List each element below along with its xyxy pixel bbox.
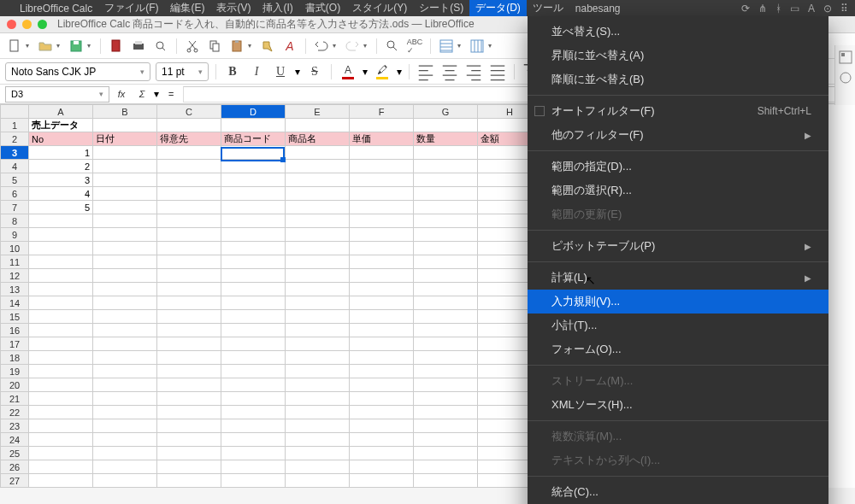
tray-icon[interactable]: ⟳ (741, 3, 750, 15)
row-head-23[interactable]: 23 (1, 419, 29, 433)
cell-G6[interactable] (414, 187, 478, 201)
col-button[interactable] (468, 37, 486, 56)
row-head-1[interactable]: 1 (1, 119, 29, 132)
row-head-10[interactable]: 10 (1, 242, 29, 255)
italic-button[interactable]: I (247, 62, 266, 81)
cell-A5[interactable]: 3 (29, 173, 93, 187)
cell-G16[interactable] (414, 324, 478, 337)
new-doc-button[interactable] (5, 37, 24, 56)
cell-E12[interactable] (286, 269, 350, 283)
cell-C21[interactable] (157, 392, 221, 406)
cell-F16[interactable] (350, 324, 414, 337)
cell-C19[interactable] (157, 365, 221, 378)
cell-E1[interactable] (286, 119, 350, 132)
font-size-combo[interactable]: 11 pt▾ (156, 62, 209, 81)
menu-item-11[interactable]: ピボットテーブル(P)▶ (528, 234, 828, 258)
cell-A1[interactable]: 売上データ (29, 119, 93, 132)
cell-D18[interactable] (221, 351, 286, 365)
underline-button[interactable]: U (271, 62, 290, 81)
cell-B18[interactable] (93, 351, 157, 365)
cell-A4[interactable]: 2 (29, 160, 93, 173)
save-dropdown[interactable]: ▾ (87, 42, 94, 50)
cell-B19[interactable] (93, 365, 157, 378)
cell-D23[interactable] (221, 419, 286, 433)
cell-E15[interactable] (286, 310, 350, 324)
row-head-25[interactable]: 25 (1, 447, 29, 460)
cell-E13[interactable] (286, 283, 350, 296)
cell-B26[interactable] (93, 460, 157, 474)
menu-item-13[interactable]: 計算(L)▶ (528, 266, 828, 290)
menubar-app-name[interactable]: LibreOffice Calc (14, 3, 98, 15)
export-pdf-button[interactable] (107, 37, 126, 56)
cell-E17[interactable] (286, 337, 350, 351)
cell-B6[interactable] (93, 187, 157, 201)
cell-A23[interactable] (29, 419, 93, 433)
cell-B12[interactable] (93, 269, 157, 283)
row-head-24[interactable]: 24 (1, 433, 29, 447)
cell-B27[interactable] (93, 474, 157, 488)
cell-B15[interactable] (93, 310, 157, 324)
cell-E3[interactable] (286, 146, 350, 160)
spotlight-icon[interactable]: ⊙ (823, 3, 832, 15)
row-head-5[interactable]: 5 (1, 173, 29, 187)
cell-B22[interactable] (93, 406, 157, 419)
row-head-15[interactable]: 15 (1, 310, 29, 324)
cell-A10[interactable] (29, 242, 93, 255)
row-head-14[interactable]: 14 (1, 296, 29, 310)
cell-G18[interactable] (414, 351, 478, 365)
cell-A20[interactable] (29, 378, 93, 392)
cell-D15[interactable] (221, 310, 286, 324)
row-head-18[interactable]: 18 (1, 351, 29, 365)
cell-B1[interactable] (93, 119, 157, 132)
cell-A3[interactable]: 1 (29, 146, 93, 160)
cell-A22[interactable] (29, 406, 93, 419)
control-center-icon[interactable]: ⠿ (840, 3, 848, 15)
cell-B8[interactable] (93, 214, 157, 228)
cell-D17[interactable] (221, 337, 286, 351)
cell-F13[interactable] (350, 283, 414, 296)
menubar-item-6[interactable]: シート(S) (413, 0, 469, 16)
cell-G20[interactable] (414, 378, 478, 392)
cell-D1[interactable] (221, 119, 286, 132)
menu-item-4[interactable]: オートフィルター(F)Shift+Ctrl+L (528, 99, 828, 123)
cell-B7[interactable] (93, 201, 157, 214)
cell-G11[interactable] (414, 255, 478, 269)
cell-D2[interactable]: 商品コード (221, 132, 286, 146)
menu-item-24[interactable]: 統合(C)... (528, 480, 828, 504)
cut-button[interactable] (183, 37, 202, 56)
cell-F6[interactable] (350, 187, 414, 201)
cell-C23[interactable] (157, 419, 221, 433)
close-window-button[interactable] (7, 20, 16, 29)
cell-D22[interactable] (221, 406, 286, 419)
row-head-13[interactable]: 13 (1, 283, 29, 296)
cell-F26[interactable] (350, 460, 414, 474)
cell-D25[interactable] (221, 447, 286, 460)
cell-D20[interactable] (221, 378, 286, 392)
cell-F27[interactable] (350, 474, 414, 488)
menu-item-1[interactable]: 昇順に並べ替え(A) (528, 44, 828, 67)
cell-C15[interactable] (157, 310, 221, 324)
cell-C22[interactable] (157, 406, 221, 419)
cell-A21[interactable] (29, 392, 93, 406)
cell-E6[interactable] (286, 187, 350, 201)
row-button[interactable] (437, 37, 456, 56)
cell-B21[interactable] (93, 392, 157, 406)
row-head-7[interactable]: 7 (1, 201, 29, 214)
cell-E2[interactable]: 商品名 (286, 132, 350, 146)
menubar-item-2[interactable]: 表示(V) (210, 0, 256, 16)
cell-B3[interactable] (93, 146, 157, 160)
cell-F25[interactable] (350, 447, 414, 460)
cell-D8[interactable] (221, 214, 286, 228)
cell-E4[interactable] (286, 160, 350, 173)
row-head-6[interactable]: 6 (1, 187, 29, 201)
cell-F10[interactable] (350, 242, 414, 255)
cell-F8[interactable] (350, 214, 414, 228)
cell-G17[interactable] (414, 337, 478, 351)
new-doc-dropdown[interactable]: ▾ (26, 42, 32, 50)
highlight-button[interactable]: 🖍 (373, 62, 392, 81)
cell-A14[interactable] (29, 296, 93, 310)
cell-G5[interactable] (414, 173, 478, 187)
cell-F17[interactable] (350, 337, 414, 351)
row-head-19[interactable]: 19 (1, 365, 29, 378)
col-dropdown[interactable]: ▾ (488, 42, 495, 50)
